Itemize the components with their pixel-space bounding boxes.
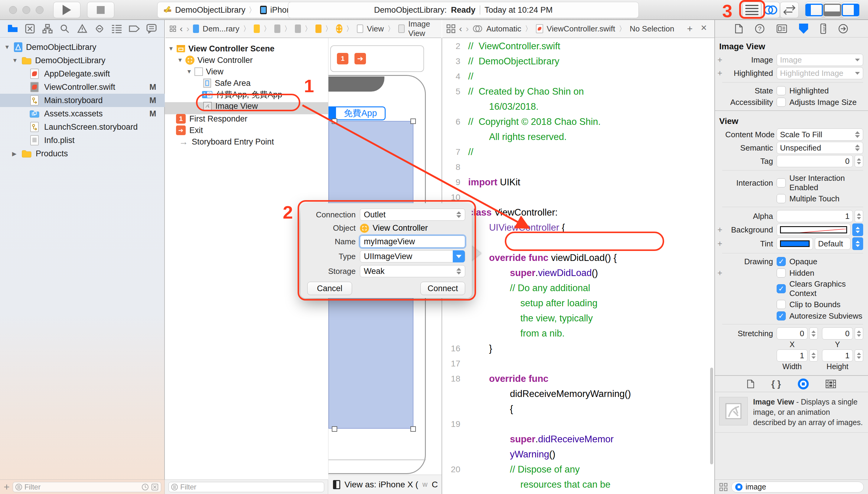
toggle-debug-button[interactable]: [823, 2, 842, 18]
search-icon[interactable]: [59, 23, 71, 35]
issue-navigator-icon[interactable]: [76, 23, 88, 35]
tag-stepper[interactable]: [855, 155, 863, 167]
code-line[interactable]: 10: [442, 190, 714, 205]
code-line[interactable]: 16/03/2018.: [442, 99, 714, 114]
file-inspector-icon[interactable]: [735, 24, 743, 34]
related-items-icon[interactable]: [447, 24, 455, 33]
forward-button[interactable]: ›: [466, 24, 469, 34]
code-line[interactable]: from a nib.: [442, 326, 714, 341]
stretch-y-stepper[interactable]: [855, 327, 863, 340]
user-interaction-checkbox[interactable]: [777, 178, 786, 187]
crumb-automatic[interactable]: Automatic: [486, 24, 522, 34]
code-line[interactable]: 20// Dispose of any: [442, 462, 714, 477]
storyboard-crumb-icon[interactable]: [274, 24, 280, 33]
size-inspector-icon[interactable]: [820, 24, 826, 34]
identity-inspector-icon[interactable]: [777, 24, 787, 33]
source-control-filter-icon[interactable]: [151, 483, 158, 491]
stretch-x-stepper[interactable]: [809, 327, 818, 340]
add-highlighted-button[interactable]: +: [717, 68, 725, 78]
background-dropdown[interactable]: [852, 223, 863, 236]
resize-handle[interactable]: [410, 118, 416, 124]
code-line[interactable]: override func viewDidLoad() {: [442, 250, 714, 265]
crumb-image-view[interactable]: Image View: [408, 19, 437, 38]
scene-crumb-icon[interactable]: [316, 24, 321, 33]
code-line[interactable]: 7//: [442, 145, 714, 159]
tree-row-file[interactable]: LaunchScreen.storyboard: [0, 120, 165, 134]
code-line[interactable]: didReceiveMemoryWarning(): [442, 386, 714, 401]
forward-button[interactable]: ›: [186, 24, 189, 34]
code-line[interactable]: 2// ViewController.swift: [442, 39, 714, 54]
version-editor-button[interactable]: [780, 2, 799, 18]
attributes-inspector-icon-selected[interactable]: [799, 24, 808, 34]
crumb-view[interactable]: View: [367, 24, 384, 34]
code-line[interactable]: All rights reserved.: [442, 129, 714, 145]
object-library-icon-selected[interactable]: [798, 379, 809, 390]
tree-row-file[interactable]: ViewController.swift M: [0, 80, 165, 94]
highlighted-checkbox[interactable]: [777, 86, 786, 95]
code-line[interactable]: class ViewController:: [442, 205, 714, 220]
code-line[interactable]: the view, typically: [442, 311, 714, 326]
clip-to-bounds-checkbox[interactable]: [777, 300, 786, 309]
tint-dropdown[interactable]: [852, 237, 863, 250]
stretch-y-field[interactable]: 0: [822, 327, 853, 340]
clears-graphics-checkbox[interactable]: ✓: [777, 284, 786, 293]
tint-popup[interactable]: Default: [815, 238, 850, 250]
close-assistant-button[interactable]: ✕: [700, 23, 707, 35]
code-line[interactable]: 4//: [442, 69, 714, 84]
connections-inspector-icon[interactable]: [838, 24, 848, 34]
outline-row-view-controller[interactable]: ▼ View Controller: [177, 54, 252, 66]
highlighted-combo[interactable]: Highlighted Image: [777, 67, 863, 79]
tree-row-project[interactable]: ▼ DemoObjectLibrary: [0, 40, 165, 54]
code-line[interactable]: setup after loading: [442, 296, 714, 311]
stop-button[interactable]: [87, 2, 114, 18]
media-library-icon[interactable]: [826, 380, 836, 388]
toggle-navigator-button[interactable]: [805, 2, 823, 18]
alpha-stepper[interactable]: [855, 210, 863, 222]
folder-crumb-icon[interactable]: [254, 24, 260, 33]
view-as-bar[interactable]: View as: iPhone X ( w C h: [328, 475, 441, 494]
source-control-icon[interactable]: [24, 23, 36, 35]
tag-field[interactable]: 0: [777, 155, 853, 167]
image-view-crumb-icon[interactable]: [398, 24, 405, 33]
code-line[interactable]: yWarning(): [442, 447, 714, 462]
resize-handle[interactable]: [332, 118, 337, 124]
grid-view-icon[interactable]: [719, 483, 728, 491]
first-responder-dock-icon[interactable]: 1: [337, 53, 348, 64]
navigator-filter-field[interactable]: Filter: [13, 482, 161, 492]
window-zoom-button[interactable]: [36, 6, 43, 14]
outline-row-view[interactable]: ▼ View: [186, 66, 224, 77]
code-line[interactable]: super.viewDidLoad(): [442, 265, 714, 281]
stretch-width-stepper[interactable]: [809, 349, 818, 362]
tree-row-file[interactable]: AppDelegate.swift: [0, 67, 165, 80]
multiple-touch-checkbox[interactable]: [777, 194, 786, 203]
code-line[interactable]: // Do any additional: [442, 281, 714, 296]
code-snippet-library-icon[interactable]: { }: [771, 379, 781, 389]
tag-icon[interactable]: [128, 23, 140, 35]
stretch-width-field[interactable]: 1: [777, 349, 808, 362]
outline-filter-field[interactable]: Filter: [168, 482, 324, 492]
resize-handle[interactable]: [332, 426, 337, 432]
file-template-library-icon[interactable]: [747, 379, 754, 388]
back-button[interactable]: ‹: [459, 24, 462, 34]
outline-row-entry-point[interactable]: → Storyboard Entry Point: [179, 136, 274, 148]
storyboard-crumb-icon2[interactable]: [295, 24, 301, 33]
library-item-image-view[interactable]: Image View - Displays a single image, or…: [715, 392, 868, 433]
code-line[interactable]: 17: [442, 356, 714, 371]
symbol-navigator-icon[interactable]: [41, 23, 54, 35]
code-line[interactable]: {: [442, 401, 714, 417]
project-crumb-icon[interactable]: [193, 24, 199, 33]
toggle-inspector-button[interactable]: [842, 2, 860, 18]
code-line[interactable]: 9import UIKit: [442, 175, 714, 190]
hidden-checkbox[interactable]: [777, 268, 786, 278]
tree-row-file-selected[interactable]: Main.storyboard M: [0, 94, 165, 107]
crumb-project[interactable]: Dem...rary: [203, 24, 239, 34]
outline-row-exit[interactable]: ➔ Exit: [176, 125, 203, 136]
resize-handle[interactable]: [410, 426, 416, 432]
autoresize-subviews-checkbox[interactable]: ✓: [777, 311, 786, 321]
alpha-field[interactable]: 1: [777, 210, 853, 222]
back-button[interactable]: ‹: [180, 24, 183, 34]
code-line[interactable]: 3// DemoObjectLibrary: [442, 54, 714, 69]
image-combo[interactable]: Image: [777, 54, 863, 66]
code-editor[interactable]: 2// ViewController.swift3// DemoObjectLi…: [441, 38, 714, 494]
comments-icon[interactable]: [146, 23, 157, 35]
